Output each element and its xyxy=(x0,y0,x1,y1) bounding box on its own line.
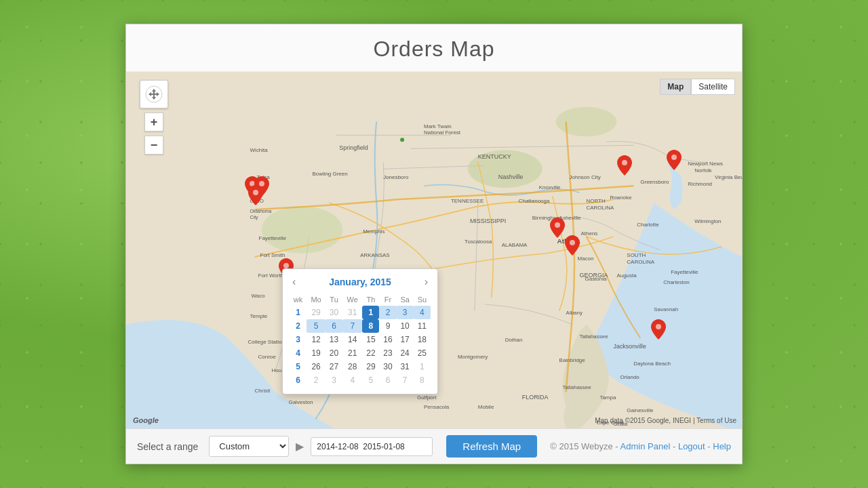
calendar-day[interactable]: 18 xyxy=(414,333,431,346)
calendar-day[interactable]: 26 xyxy=(307,360,326,373)
calendar-day[interactable]: 7 xyxy=(342,319,362,333)
svg-text:Augusta: Augusta xyxy=(616,272,637,279)
calendar-day[interactable]: 21 xyxy=(342,346,362,360)
svg-text:Nashville: Nashville xyxy=(498,174,523,180)
map-attribution: Map data ©2015 Google, INEGI | Terms of … xyxy=(595,417,736,424)
calendar-day[interactable]: 31 xyxy=(342,306,362,319)
calendar-day[interactable]: 9 xyxy=(379,319,396,333)
svg-text:Daytona Beach: Daytona Beach xyxy=(633,361,671,367)
logout-link[interactable]: Logout xyxy=(678,441,705,451)
refresh-map-button[interactable]: Refresh Map xyxy=(446,435,537,458)
admin-panel-link[interactable]: Admin Panel xyxy=(620,441,671,451)
svg-text:Tampa: Tampa xyxy=(599,394,616,401)
calendar-day[interactable]: 14 xyxy=(342,333,362,346)
svg-text:Virginia Beach: Virginia Beach xyxy=(715,174,742,180)
svg-text:Mobile: Mobile xyxy=(478,404,494,410)
svg-text:Mark Twain: Mark Twain xyxy=(424,123,452,129)
svg-text:ALABAMA: ALABAMA xyxy=(502,242,528,248)
calendar-day[interactable]: 8 xyxy=(414,373,431,387)
calendar-header: ‹ January, 2015 › xyxy=(290,276,431,288)
map-marker-greensboro xyxy=(617,155,632,176)
calendar-day[interactable]: 30 xyxy=(326,306,342,319)
svg-text:Waco: Waco xyxy=(252,293,266,299)
svg-text:Fayetteville: Fayetteville xyxy=(671,269,698,275)
footer-sep1: - xyxy=(673,441,678,451)
svg-text:Gainesville: Gainesville xyxy=(627,407,654,413)
svg-text:Montgomery: Montgomery xyxy=(458,354,488,360)
calendar-day[interactable]: 17 xyxy=(397,333,414,346)
calendar-day[interactable]: 10 xyxy=(397,319,414,333)
select-range-label: Select a range xyxy=(137,441,198,452)
svg-text:Jonesboro: Jonesboro xyxy=(383,174,409,180)
calendar-day[interactable]: 3 xyxy=(397,306,414,319)
calendar-day[interactable]: 29 xyxy=(362,360,379,373)
calendar-day[interactable]: 13 xyxy=(326,333,342,346)
svg-text:SOUTH: SOUTH xyxy=(627,252,646,258)
calendar-prev-button[interactable]: ‹ xyxy=(290,276,298,288)
calendar-day[interactable]: 4 xyxy=(342,373,362,387)
bottom-bar: Select a range CustomTodayThis WeekThis … xyxy=(126,428,742,464)
help-link[interactable]: Help xyxy=(713,441,731,451)
calendar-day[interactable]: 8 xyxy=(362,319,379,333)
calendar-day[interactable]: 2 xyxy=(307,373,326,387)
svg-text:Johnson City: Johnson City xyxy=(570,174,601,180)
map-marker-virginia-beach xyxy=(667,150,682,170)
calendar-day[interactable]: 22 xyxy=(362,346,379,360)
calendar-day[interactable]: 3 xyxy=(326,373,342,387)
calendar-day[interactable]: 23 xyxy=(379,346,396,360)
map-type-map-button[interactable]: Map xyxy=(660,79,691,95)
calendar-week-num: 6 xyxy=(290,373,307,387)
range-select[interactable]: CustomTodayThis WeekThis MonthLast 7 Day… xyxy=(209,436,289,457)
svg-text:City: City xyxy=(250,215,259,220)
svg-text:Christi: Christi xyxy=(255,388,271,394)
calendar-day[interactable]: 19 xyxy=(307,346,326,360)
svg-text:KENTUCKY: KENTUCKY xyxy=(478,153,511,160)
zoom-in-button[interactable]: + xyxy=(144,113,163,131)
calendar-day[interactable]: 1 xyxy=(414,360,431,373)
calendar-day[interactable]: 15 xyxy=(362,333,379,346)
calendar-day[interactable]: 27 xyxy=(326,360,342,373)
svg-text:Greensboro: Greensboro xyxy=(640,179,669,185)
calendar-day[interactable]: 29 xyxy=(307,306,326,319)
map-type-controls: Map Satellite xyxy=(660,79,735,95)
svg-point-99 xyxy=(671,155,677,160)
calendar-day[interactable]: 20 xyxy=(326,346,342,360)
svg-text:Tallahassee: Tallahassee xyxy=(580,333,609,340)
svg-text:Newport News: Newport News xyxy=(688,161,723,167)
calendar-day[interactable]: 5 xyxy=(307,319,326,333)
svg-text:Richmond: Richmond xyxy=(688,181,712,187)
calendar-day[interactable]: 28 xyxy=(342,360,362,373)
svg-text:Tallahassee: Tallahassee xyxy=(563,384,592,390)
svg-text:Galveston: Galveston xyxy=(288,399,313,405)
calendar-day[interactable]: 5 xyxy=(362,373,379,387)
svg-text:Tuscaloosa: Tuscaloosa xyxy=(465,239,492,245)
svg-text:Memphis: Memphis xyxy=(363,228,384,235)
calendar-day[interactable]: 31 xyxy=(397,360,414,373)
calendar-day[interactable]: 24 xyxy=(397,346,414,360)
calendar-day[interactable]: 25 xyxy=(414,346,431,360)
calendar-day[interactable]: 11 xyxy=(414,319,431,333)
map-type-satellite-button[interactable]: Satellite xyxy=(691,79,735,95)
pan-arrows-icon xyxy=(144,85,163,104)
svg-text:Bainbridge: Bainbridge xyxy=(559,357,586,363)
map-pan-button[interactable] xyxy=(140,80,168,108)
svg-text:Savannah: Savannah xyxy=(654,306,678,312)
calendar-day[interactable]: 2 xyxy=(379,306,396,319)
calendar-day[interactable]: 1 xyxy=(362,306,379,319)
calendar-day[interactable]: 16 xyxy=(379,333,396,346)
calendar-day[interactable]: 6 xyxy=(379,373,396,387)
calendar-next-button[interactable]: › xyxy=(422,276,431,288)
calendar-day[interactable]: 12 xyxy=(307,333,326,346)
calendar-week-num: 5 xyxy=(290,360,307,373)
zoom-out-button[interactable]: − xyxy=(144,136,163,155)
svg-text:Oklahoma: Oklahoma xyxy=(250,209,272,214)
calendar-day[interactable]: 6 xyxy=(326,319,342,333)
calendar-day[interactable]: 4 xyxy=(414,306,431,319)
calendar-day[interactable]: 30 xyxy=(379,360,396,373)
calendar-day[interactable]: 7 xyxy=(397,373,414,387)
date-range-input[interactable] xyxy=(311,437,433,456)
svg-text:ARKANSAS: ARKANSAS xyxy=(360,252,389,258)
svg-text:CAROLINA: CAROLINA xyxy=(627,259,654,265)
map-marker-miami xyxy=(651,319,666,340)
svg-text:Jacksonville: Jacksonville xyxy=(613,343,646,350)
